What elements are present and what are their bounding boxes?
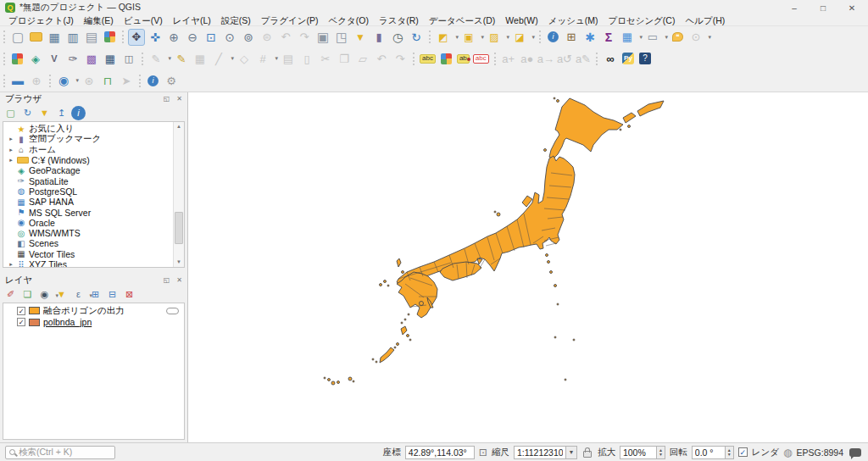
- browser-item-favorites[interactable]: ★ お気に入り: [5, 124, 184, 134]
- zoom-in-button[interactable]: ⊕: [165, 29, 182, 46]
- select-by-location-button[interactable]: ◪: [511, 29, 528, 46]
- rotation-spin-icons[interactable]: ▲▼: [726, 446, 734, 459]
- browser-item-scenes[interactable]: ◧ Scenes: [5, 238, 184, 248]
- messages-icon[interactable]: [849, 448, 861, 457]
- menu-database[interactable]: データベース(D): [424, 15, 501, 25]
- collapse-all-button[interactable]: ↥: [54, 106, 69, 120]
- style-manager-button[interactable]: [104, 31, 115, 42]
- data-source-manager-button[interactable]: [12, 53, 23, 64]
- save-edits-button[interactable]: ▦: [192, 50, 209, 67]
- browser-close-button[interactable]: ✕: [175, 95, 184, 103]
- statistics-panel-button[interactable]: Σ: [600, 29, 617, 46]
- menu-mesh[interactable]: メッシュ(M): [543, 15, 604, 25]
- menu-processing[interactable]: プロセシング(C): [603, 15, 680, 25]
- expand-arrow-icon[interactable]: ▸: [7, 147, 15, 153]
- browser-item-geopackage[interactable]: ◈ GeoPackage: [5, 165, 184, 175]
- map-tips-button[interactable]: ❝: [672, 32, 683, 42]
- crs-status-button[interactable]: EPSG:8994: [797, 447, 843, 458]
- paste-features-button[interactable]: ▱: [354, 50, 371, 67]
- manage-map-themes-button[interactable]: ◉: [37, 287, 52, 302]
- temporal-controller-button[interactable]: ◷: [389, 29, 406, 46]
- delete-selected-button[interactable]: ▯: [298, 50, 315, 67]
- toggle-editing-button[interactable]: ✎: [173, 50, 190, 67]
- menu-raster[interactable]: ラスタ(R): [374, 15, 424, 25]
- gps-pointer-button[interactable]: ➤: [118, 72, 135, 89]
- coordinate-field[interactable]: [405, 446, 475, 459]
- project-properties-button[interactable]: ▤: [83, 29, 100, 46]
- add-selected-layers-button[interactable]: ▢: [3, 106, 18, 120]
- minimize-button[interactable]: –: [780, 0, 809, 15]
- maximize-button[interactable]: □: [809, 0, 837, 15]
- pan-to-selection-button[interactable]: ✜: [147, 29, 164, 46]
- locator-search-input[interactable]: 検索(Ctrl + K): [5, 446, 115, 459]
- add-group-button[interactable]: ❏: [20, 287, 35, 302]
- change-label-button[interactable]: a✎: [575, 50, 592, 67]
- refresh-map-button[interactable]: ↻: [408, 29, 425, 46]
- scale-input[interactable]: [517, 447, 563, 458]
- pin-unpin-labels-button[interactable]: a+: [500, 50, 517, 67]
- osm-place-search-button[interactable]: ∞: [602, 50, 619, 67]
- zoom-next-button[interactable]: ↷: [296, 29, 313, 46]
- expand-arrow-icon[interactable]: ▸: [7, 136, 15, 142]
- browser-item-c-drive[interactable]: ▸ C:¥ (Windows): [5, 155, 184, 165]
- menu-edit[interactable]: 編集(E): [79, 15, 119, 25]
- pin-labels-button[interactable]: ab: [457, 54, 470, 64]
- add-record-button[interactable]: ◇: [236, 50, 253, 67]
- new-3d-map-view-button[interactable]: ◳: [333, 29, 350, 46]
- measure-button[interactable]: ▭: [644, 29, 661, 46]
- select-by-value-button[interactable]: ▣: [460, 29, 477, 46]
- new-map-view-button[interactable]: ▣: [314, 29, 331, 46]
- menu-view[interactable]: ビュー(V): [119, 15, 168, 25]
- copy-features-button[interactable]: ❐: [336, 50, 353, 67]
- expand-all-button[interactable]: ⊞: [88, 287, 103, 302]
- new-virtual-layer-button[interactable]: ▩: [83, 50, 100, 67]
- menu-layer[interactable]: レイヤ(L): [168, 15, 216, 25]
- browser-item-spatial-bookmarks[interactable]: ▸ ▮ 空間ブックマーク: [5, 134, 184, 144]
- layers-float-button[interactable]: ◱: [162, 276, 171, 284]
- new-bookmark-button[interactable]: ▼: [352, 29, 369, 46]
- cut-features-button[interactable]: ✂: [317, 50, 334, 67]
- rotate-label-button[interactable]: a↺: [556, 50, 573, 67]
- map-canvas[interactable]: [188, 92, 868, 442]
- zoom-out-button[interactable]: ⊖: [184, 29, 201, 46]
- open-layer-styling-button[interactable]: ✐: [3, 287, 18, 302]
- browser-item-oracle[interactable]: ◉ Oracle: [5, 218, 184, 228]
- zoom-full-button[interactable]: ⊡: [203, 29, 220, 46]
- menu-vector[interactable]: ベクタ(O): [324, 15, 374, 25]
- scale-lock-icon[interactable]: [583, 451, 592, 458]
- search-locator-button[interactable]: ⊙: [687, 29, 704, 46]
- expand-arrow-icon[interactable]: ▸: [7, 261, 15, 268]
- close-button[interactable]: ✕: [837, 0, 866, 15]
- digitize-with-segment-button[interactable]: ╱: [210, 50, 227, 67]
- browser-item-xyz-tiles[interactable]: ▸ ⠿ XYZ Tiles: [5, 259, 184, 268]
- layer-visibility-checkbox[interactable]: ✓: [17, 318, 25, 326]
- magnifier-spinbox[interactable]: ▲▼: [620, 446, 665, 459]
- new-geopackage-button[interactable]: ◈: [27, 50, 44, 67]
- browser-item-vector-tiles[interactable]: ▦ Vector Tiles: [5, 249, 184, 259]
- scroll-down-icon[interactable]: ▼: [174, 258, 184, 267]
- magnifier-spin-icons[interactable]: ▲▼: [657, 446, 665, 459]
- toggle-extents-icon[interactable]: ⊡: [479, 447, 487, 458]
- processing-toolbox-button[interactable]: ✱: [581, 29, 598, 46]
- save-project-button[interactable]: ▦: [46, 29, 63, 46]
- coordinate-input[interactable]: [409, 447, 471, 458]
- menu-plugins[interactable]: プラグイン(P): [256, 15, 324, 25]
- layer-item-dissolved-output[interactable]: ✓ 融合ポリゴンの出力: [5, 305, 184, 317]
- collapse-all-button[interactable]: ⊟: [105, 287, 120, 302]
- modify-attributes-button[interactable]: ▤: [280, 50, 297, 67]
- identify-features-button[interactable]: i: [548, 31, 559, 42]
- gps-track-button[interactable]: ⊛: [81, 72, 97, 89]
- browser-item-sap-hana[interactable]: ▦ SAP HANA: [5, 197, 184, 207]
- browser-scrollbar[interactable]: ▲ ▼: [173, 122, 184, 267]
- vertex-tool-button[interactable]: #: [254, 50, 271, 67]
- undo-button[interactable]: ↶: [373, 50, 390, 67]
- filter-legend-button[interactable]: ▼: [54, 287, 69, 302]
- new-mesh-layer-button[interactable]: ▦: [102, 50, 119, 67]
- scale-combobox[interactable]: ▼: [514, 446, 577, 459]
- menu-help[interactable]: ヘルプ(H): [680, 15, 730, 25]
- rotation-input[interactable]: [695, 447, 722, 458]
- new-project-button[interactable]: ▢: [9, 29, 26, 46]
- highlight-pinned-labels-button[interactable]: abc: [473, 54, 489, 64]
- snapping-options-button[interactable]: ⊓: [99, 72, 116, 89]
- rotation-spinbox[interactable]: ▲▼: [692, 446, 734, 459]
